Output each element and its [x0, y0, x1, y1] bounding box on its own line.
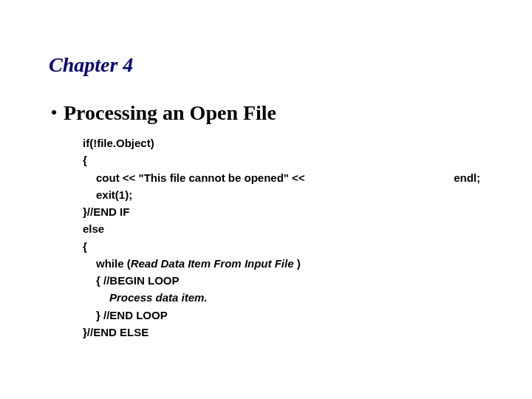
code-line: } //END LOOP [83, 307, 488, 324]
heading-row: • Processing an Open File [44, 102, 488, 124]
slide: Chapter 4 • Processing an Open File if(!… [0, 0, 532, 399]
code-line: { [83, 151, 488, 168]
code-line: Process data item. [83, 289, 488, 306]
code-line: { [83, 238, 488, 255]
code-line: cout << "This file cannot be opened" << … [83, 169, 488, 186]
heading-text: Processing an Open File [64, 102, 276, 124]
code-text: ) [297, 257, 301, 270]
code-text-italic: Read Data Item From Input File [131, 257, 297, 270]
chapter-title: Chapter 4 [49, 53, 488, 77]
code-block: if(!file.Object) { cout << "This file ca… [83, 134, 488, 341]
code-line: { //BEGIN LOOP [83, 272, 488, 289]
code-line: exit(1); [83, 186, 488, 203]
code-text: endl; [454, 169, 488, 186]
code-text: cout << "This file cannot be opened" << [96, 169, 308, 186]
code-line: while (Read Data Item From Input File ) [83, 255, 488, 272]
code-line: if(!file.Object) [83, 134, 488, 151]
bullet-icon: • [44, 102, 64, 124]
code-text: while ( [96, 257, 131, 270]
code-line: }//END ELSE [83, 324, 488, 341]
code-line: }//END IF [83, 203, 488, 220]
code-line: else [83, 220, 488, 237]
